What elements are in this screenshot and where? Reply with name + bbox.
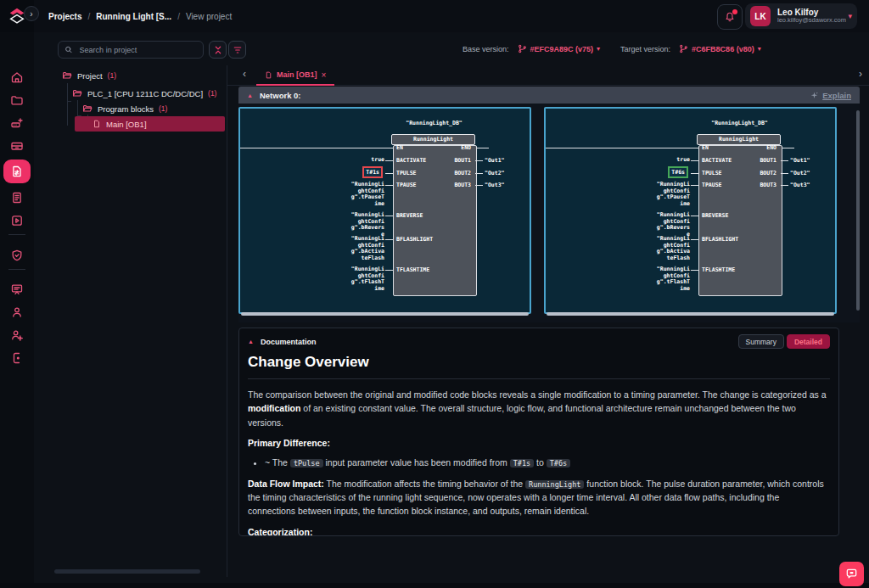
shield-check-icon xyxy=(10,249,24,262)
fbd-value-tflashtime: "RunningLightConfig".tFlashTime xyxy=(350,266,384,292)
sidebar-item-archive[interactable] xyxy=(3,135,31,157)
app-window: › Projects / Running Light [S... / View … xyxy=(0,0,869,588)
target-panel-hscrollbar[interactable] xyxy=(547,312,834,316)
wire-tpulse xyxy=(385,173,393,174)
sidebar-item-reports[interactable] xyxy=(3,187,31,209)
collapse-triangle-icon[interactable]: ▲ xyxy=(247,92,253,98)
doc-title: Change Overview xyxy=(248,354,830,379)
detailed-button[interactable]: Detailed xyxy=(787,334,830,349)
base-panel-hscrollbar[interactable] xyxy=(241,312,529,316)
file-icon xyxy=(265,70,272,80)
version-selectors: Base version: #EFC9A89C (v75) ▾ Target v… xyxy=(463,32,761,65)
sidebar-item-security[interactable] xyxy=(3,244,31,266)
tabs-prev-button[interactable]: ‹ xyxy=(243,68,246,80)
sidebar-expand-button[interactable]: › xyxy=(24,6,39,21)
branch-icon xyxy=(518,44,527,53)
tree-item-project[interactable]: Project (1) xyxy=(62,68,116,83)
wire-bflashlight xyxy=(691,239,698,240)
tree-item-plc1[interactable]: PLC_1 [CPU 1211C DC/DC/DC] (1) xyxy=(72,86,216,101)
wire-bout2 xyxy=(475,173,483,174)
search-input[interactable] xyxy=(78,45,197,55)
fbd-value-breverse: "RunningLightConfig".bReverse xyxy=(656,212,690,238)
sidebar-item-code-compare[interactable] xyxy=(3,160,31,183)
tree-hscrollbar[interactable] xyxy=(54,569,200,574)
fbd-output-bout2: BOUT2 xyxy=(393,170,471,176)
fbd-input-breverse: BREVERSE xyxy=(702,212,728,219)
folder-open-icon xyxy=(62,70,72,81)
doc-list: ~ The tPulse input parameter value has b… xyxy=(248,456,828,470)
sidebar-item-user-settings[interactable] xyxy=(3,324,31,346)
sidebar-item-logout[interactable] xyxy=(3,347,31,369)
fbd-value-tpause: "RunningLightConfig".tPauseTime xyxy=(656,182,690,207)
notifications-button[interactable] xyxy=(717,4,743,30)
code-chip: tPulse xyxy=(290,459,323,468)
explain-label: Explain xyxy=(822,91,851,100)
collapse-triangle-icon[interactable]: ▲ xyxy=(248,339,254,344)
doc-paragraph: Data Flow Impact: The modification affec… xyxy=(248,477,828,518)
archive-icon xyxy=(10,139,24,153)
doc-text: input parameter value has been modified … xyxy=(323,457,510,468)
breadcrumb-project-name[interactable]: Running Light [S... xyxy=(96,12,171,21)
documentation-header: ▲ Documentation Summary Detailed xyxy=(239,328,838,350)
fbd-panel-base[interactable]: "RunningLight_DB"RunningLightENBACTIVATE… xyxy=(238,107,531,314)
fbd-output-bout2: BOUT2 xyxy=(698,170,776,176)
bottom-edge xyxy=(0,583,869,588)
summary-button[interactable]: Summary xyxy=(738,334,784,349)
file-icon xyxy=(93,119,101,129)
wire-en xyxy=(546,148,698,148)
wire-tflashtime xyxy=(385,270,393,271)
tree-item-count: (1) xyxy=(208,89,216,98)
fbd-input-tflashtime: TFLASHTIME xyxy=(702,266,735,273)
explain-button[interactable]: Explain xyxy=(810,91,851,100)
sidebar-item-home[interactable] xyxy=(3,66,31,88)
chevron-down-icon: ▾ xyxy=(848,12,852,20)
project-search[interactable] xyxy=(58,41,204,59)
tab-close-icon[interactable]: × xyxy=(322,70,327,80)
fbd-value-tpulse-changed: T#6s xyxy=(668,166,688,178)
doc-paragraph: Primary Difference: xyxy=(248,436,828,450)
wire-bout3 xyxy=(781,185,788,186)
fbd-value-tpulse-changed: T#1s xyxy=(362,166,383,178)
tab-main-ob1[interactable]: Main [OB1] × xyxy=(256,65,334,86)
tree-item-main-ob1[interactable]: Main [OB1] xyxy=(75,116,225,132)
folder-open-icon xyxy=(82,104,93,114)
filter-button[interactable] xyxy=(228,41,246,59)
sidebar-item-hardware[interactable] xyxy=(3,112,31,134)
doc-body: The comparison between the original and … xyxy=(239,379,838,536)
network-header[interactable]: ▲ Network 0: Explain xyxy=(238,87,860,104)
tree-item-program-blocks[interactable]: Program blocks (1) xyxy=(82,101,167,116)
chat-icon xyxy=(845,568,858,580)
sidebar-item-projects[interactable] xyxy=(3,89,31,111)
breadcrumb-separator: / xyxy=(177,12,180,21)
fbd-outvalue-bout3: "Out3" xyxy=(485,182,504,188)
fbd-panel-target[interactable]: "RunningLight_DB"RunningLightENBACTIVATE… xyxy=(544,107,837,314)
target-version-select[interactable]: #C6FB8C86 (v80) ▾ xyxy=(679,44,761,53)
fbd-block-body xyxy=(698,145,782,296)
user-icon xyxy=(10,305,24,319)
network-vscrollbar[interactable] xyxy=(856,110,860,311)
tree-item-label: Project xyxy=(77,71,103,81)
sidebar-item-presentation[interactable] xyxy=(3,278,31,300)
fbd-value-bflashlight: "RunningLightConfig".bActivateFlash xyxy=(656,236,690,261)
doc-paragraph: The comparison between the original and … xyxy=(248,388,828,429)
wire-bout2 xyxy=(781,173,788,174)
user-menu[interactable]: LK Leo Kilfoy leo.kilfoy@sdaworx.com ▾ xyxy=(745,3,857,29)
fbd-output-eno: ENO xyxy=(393,144,471,151)
doc-text: The modification affects the timing beha… xyxy=(324,479,525,489)
wire-eno xyxy=(475,148,489,148)
breadcrumb-projects[interactable]: Projects xyxy=(48,12,81,21)
doc-text: of an existing constant value. The overa… xyxy=(248,403,796,427)
wire-tpause xyxy=(691,185,698,186)
collapse-all-button[interactable] xyxy=(209,41,227,59)
filter-icon xyxy=(233,45,243,55)
fbd-value-bflashlight: "RunningLightConfig".bActivateFlash xyxy=(350,236,384,261)
base-version-select[interactable]: #EFC9A89C (v75) ▾ xyxy=(518,44,601,53)
sidebar-item-user[interactable] xyxy=(3,301,31,323)
tabs-next-button[interactable]: › xyxy=(859,68,862,80)
wire-tpulse xyxy=(691,173,698,174)
sidebar-item-runner[interactable] xyxy=(3,210,31,232)
panel-divider[interactable] xyxy=(227,65,227,577)
branch-icon xyxy=(679,44,688,53)
fbd-output-bout1: BOUT1 xyxy=(698,157,776,164)
chat-widget-button[interactable] xyxy=(839,562,864,586)
